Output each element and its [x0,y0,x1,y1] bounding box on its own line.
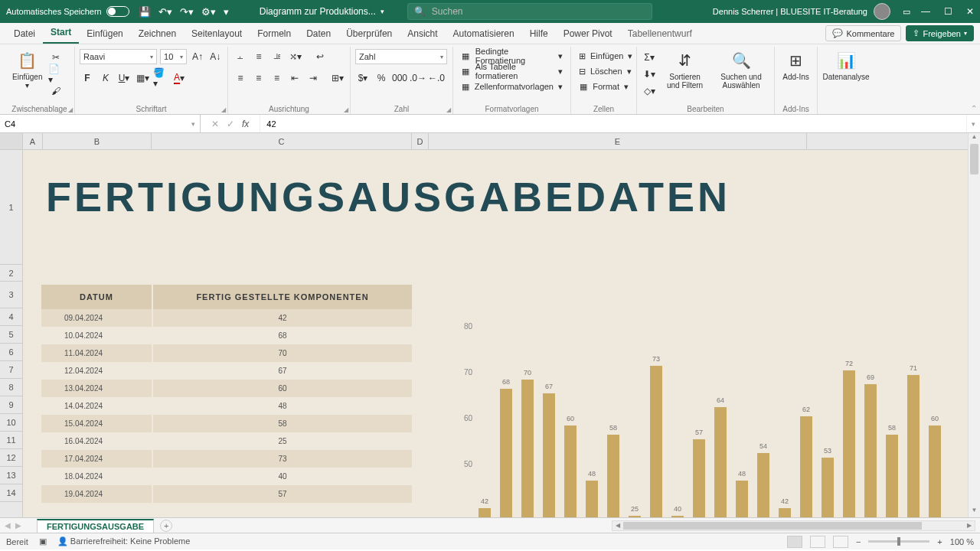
chart-bar[interactable]: 73 [650,366,662,517]
italic-button[interactable]: K [98,70,113,86]
cell-value[interactable]: 40 [153,468,412,485]
table-row[interactable]: 14.04.202448 [41,397,412,415]
row-header[interactable]: 12 [0,449,22,467]
indent-increase-icon[interactable]: ⇥ [305,70,321,86]
zoom-slider[interactable] [868,540,929,543]
hscroll-thumb[interactable] [623,522,922,530]
column-headers[interactable]: ABCDE [23,133,980,150]
tab-draw[interactable]: Zeichnen [131,24,184,44]
row-header[interactable]: 6 [0,344,22,361]
align-center-icon[interactable]: ≡ [251,70,266,86]
zoom-level[interactable]: 100 % [950,537,974,546]
fill-icon[interactable]: ⬇▾ [642,67,657,82]
column-header[interactable]: E [429,133,807,149]
chart-bar[interactable]: 69 [864,384,877,517]
row-header[interactable]: 11 [0,432,22,449]
font-size-combo[interactable]: 10▾ [160,49,187,64]
row-header[interactable]: 1 [0,150,22,265]
search-box[interactable]: 🔍 Suchen [407,3,652,20]
table-row[interactable]: 16.04.202425 [41,432,412,450]
tab-view[interactable]: Ansicht [400,24,445,44]
clear-icon[interactable]: ◇▾ [642,83,657,99]
row-header[interactable]: 10 [0,414,22,432]
document-name[interactable]: Diagramm zur Produktions... ▾ [260,6,384,17]
dialog-launcher-icon[interactable]: ◢ [344,106,348,113]
underline-button[interactable]: U▾ [116,70,132,86]
autosave-switch-icon[interactable] [106,6,129,17]
qat-customize-icon[interactable]: ▾ [224,6,229,18]
cell-value[interactable]: 58 [153,415,412,432]
tab-automate[interactable]: Automatisieren [446,24,522,44]
insert-cells-button[interactable]: ⊞Einfügen ▾ [576,48,632,64]
undo-icon[interactable]: ↶▾ [158,6,172,18]
bar-chart[interactable]: 80706050 4268706760485825734057644854426… [448,326,969,517]
cell-date[interactable]: 19.04.2024 [41,485,153,503]
orientation-icon[interactable]: ⤭▾ [288,49,303,64]
column-header[interactable]: B [43,133,152,149]
conditional-formatting-button[interactable]: ▦Bedingte Formatierung▾ [458,48,566,64]
vertical-scrollbar[interactable]: ▲ ▼ [968,133,980,517]
decrease-font-icon[interactable]: A↓ [208,49,223,64]
accounting-icon[interactable]: $▾ [355,70,371,86]
cell-date[interactable]: 09.04.2024 [41,309,153,327]
save-icon[interactable]: 💾 [139,6,151,18]
tab-insert[interactable]: Einfügen [79,24,130,44]
data-analysis-button[interactable]: 📊 Datenanalyse [822,48,870,83]
row-header[interactable]: 9 [0,396,22,414]
tab-powerpivot[interactable]: Power Pivot [556,24,620,44]
chart-bar[interactable]: 60 [929,425,941,517]
redo-icon[interactable]: ↷▾ [180,6,194,18]
chart-bar[interactable]: 54 [757,453,769,517]
name-box[interactable]: ▾ [0,115,201,132]
chart-bar[interactable]: 25 [629,516,641,517]
wrap-text-icon[interactable]: ↩ [312,49,328,64]
cell-date[interactable]: 15.04.2024 [41,415,153,432]
scroll-right-icon[interactable]: ▶ [964,521,975,530]
align-top-icon[interactable]: ⫠ [233,49,248,64]
cell-value[interactable]: 48 [153,397,412,415]
cell-date[interactable]: 11.04.2024 [41,344,153,362]
chart-bar[interactable]: 57 [693,439,705,517]
tab-review[interactable]: Überprüfen [338,24,400,44]
cell-date[interactable]: 18.04.2024 [41,468,153,485]
chart-bar[interactable]: 48 [736,481,748,517]
cell-date[interactable]: 13.04.2024 [41,380,153,397]
sheet-nav-next-icon[interactable]: ▶ [15,521,21,530]
cell-date[interactable]: 17.04.2024 [41,450,153,468]
align-middle-icon[interactable]: ≡ [251,49,266,64]
chevron-down-icon[interactable]: ▾ [381,8,384,15]
font-color-icon[interactable]: A▾ [172,70,187,86]
autosum-icon[interactable]: Σ▾ [642,50,657,65]
zoom-out-button[interactable]: − [856,537,861,546]
indent-decrease-icon[interactable]: ⇤ [287,70,302,86]
table-row[interactable]: 09.04.202442 [41,309,412,327]
sheet-nav-prev-icon[interactable]: ◀ [5,521,11,530]
window-layout-icon[interactable]: ▭ [903,7,910,17]
row-header[interactable]: 7 [0,361,22,379]
comments-button[interactable]: 💬Kommentare [825,25,901,41]
row-header[interactable]: 4 [0,308,22,326]
dialog-launcher-icon[interactable]: ◢ [446,106,451,113]
autosave-toggle[interactable]: Automatisches Speichern [6,6,129,17]
align-left-icon[interactable]: ≡ [233,70,248,86]
font-name-combo[interactable]: Raavi▾ [80,49,157,64]
chart-bar[interactable]: 42 [479,508,491,517]
tab-file[interactable]: Datei [6,24,43,44]
chart-bar[interactable]: 64 [714,407,727,517]
fill-color-icon[interactable]: 🪣▾ [153,70,168,86]
quickaccess-icon[interactable]: ⚙▾ [201,6,216,18]
minimize-button[interactable]: — [921,6,930,17]
share-button[interactable]: ⇪Freigeben▾ [906,25,974,41]
chart-bar[interactable]: 40 [671,516,684,517]
column-header[interactable]: A [23,133,43,149]
collapse-ribbon-icon[interactable]: ⌃ [971,104,977,112]
increase-font-icon[interactable]: A↑ [190,49,204,64]
cell-date[interactable]: 14.04.2024 [41,397,153,415]
format-painter-icon[interactable]: 🖌 [48,83,64,99]
dialog-launcher-icon[interactable]: ◢ [68,106,73,113]
chart-bar[interactable]: 72 [843,370,855,517]
sheet-tab-active[interactable]: FERTIGUNGSAUSGABE [37,519,154,533]
scroll-thumb[interactable] [970,144,978,174]
cell-value[interactable]: 73 [153,450,412,468]
zoom-in-button[interactable]: + [937,537,942,546]
